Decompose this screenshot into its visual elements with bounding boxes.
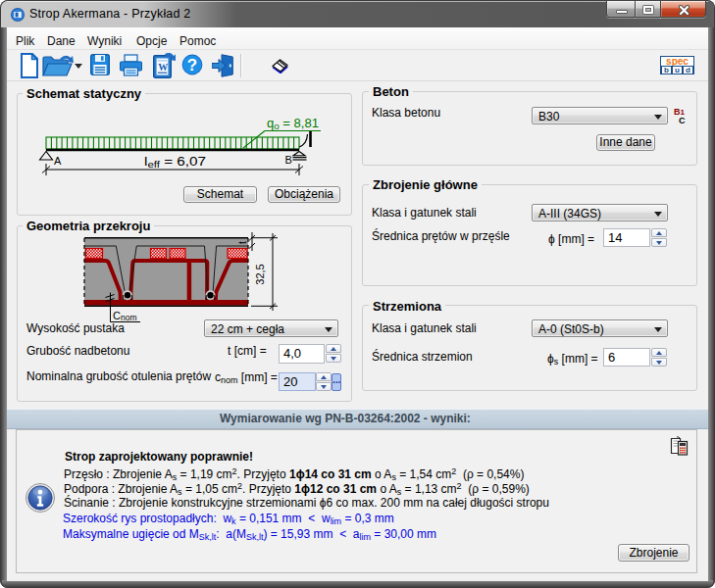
svg-text:t: t (237, 241, 248, 244)
svg-text:32,5: 32,5 (254, 264, 266, 284)
svg-text:qo = 8,81: qo = 8,81 (267, 117, 319, 131)
svg-text:?: ? (187, 56, 197, 74)
svg-text:W: W (158, 62, 168, 73)
svg-text:A: A (54, 155, 62, 167)
svg-text:B: B (285, 154, 292, 166)
svg-text:leff = 6,07: leff = 6,07 (144, 155, 206, 170)
